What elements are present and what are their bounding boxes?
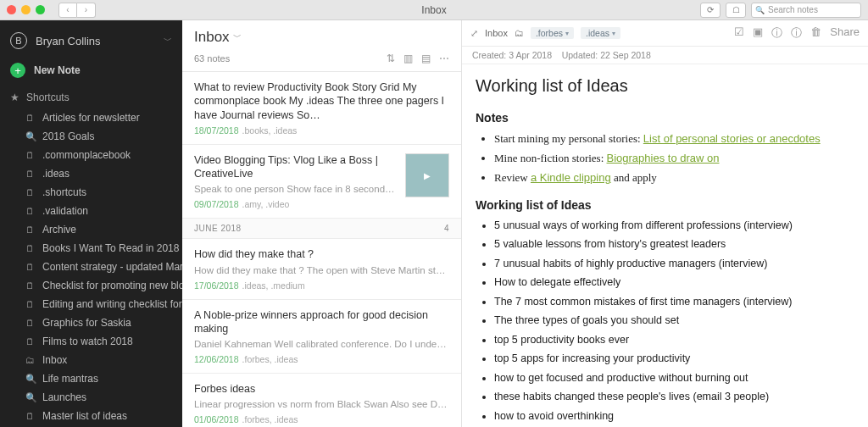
chevron-down-icon: ▾ bbox=[565, 30, 569, 37]
view-toggle-button[interactable]: ▥ bbox=[403, 53, 413, 64]
sort-button[interactable]: ⇅ bbox=[387, 53, 395, 64]
activity-button[interactable]: ☖ bbox=[726, 3, 746, 18]
sidebar-item-label: .shortcuts bbox=[42, 186, 86, 198]
list-item: 5 valuable lessons from history's greate… bbox=[494, 237, 854, 252]
search-input[interactable]: 🔍 Search notes bbox=[751, 3, 861, 18]
expand-icon[interactable]: ⤢ bbox=[470, 28, 478, 39]
note-icon: 🗒 bbox=[25, 280, 37, 291]
tag-chip[interactable]: .ideas▾ bbox=[581, 27, 620, 39]
sidebar-item[interactable]: 🗒Checklist for promoting new blo… bbox=[0, 276, 182, 295]
chevron-down-icon: ﹀ bbox=[164, 35, 172, 47]
info-alt-button[interactable]: ⓘ bbox=[791, 25, 802, 41]
note-list-item[interactable]: Video Blogging Tips: Vlog Like a Boss | … bbox=[182, 145, 461, 219]
note-item-title: Forbes ideas bbox=[194, 382, 449, 396]
section-heading: Working list of Ideas bbox=[476, 198, 854, 212]
sidebar-item-label: Graphics for Saskia bbox=[42, 317, 131, 329]
sidebar-item[interactable]: 🗒Content strategy - updated Marc… bbox=[0, 258, 182, 276]
detail-toolbar: ⤢ Inbox 🗂 .forbes▾ .ideas▾ ☑ ▣ ⓘ ⓘ 🗑 Sha… bbox=[462, 20, 868, 47]
trash-button[interactable]: 🗑 bbox=[810, 25, 821, 41]
chevron-down-icon: ﹀ bbox=[233, 31, 242, 43]
chevron-down-icon: ▾ bbox=[612, 30, 615, 37]
note-icon: 🗒 bbox=[25, 243, 37, 253]
sidebar-item[interactable]: 🔍Launches bbox=[0, 388, 182, 407]
note-link[interactable]: a Kindle clipping bbox=[531, 171, 611, 184]
sidebar-item-label: Master list of ideas bbox=[42, 410, 127, 422]
sidebar-item[interactable]: 🗒Films to watch 2018 bbox=[0, 332, 182, 351]
list-item: Mine non-fiction stories: Biographies to… bbox=[494, 151, 854, 166]
more-options-button[interactable]: ⋯ bbox=[439, 53, 449, 64]
sidebar-item[interactable]: 🗒.validation bbox=[0, 202, 182, 220]
notebook-title-label: Inbox bbox=[194, 29, 230, 46]
note-list-item[interactable]: Forbes ideasLinear progression vs norm f… bbox=[182, 374, 461, 427]
note-body[interactable]: Working list of Ideas Notes Start mining… bbox=[462, 64, 868, 427]
list-item: Start mining my personal stories: List o… bbox=[494, 131, 854, 147]
note-icon: 🗒 bbox=[25, 336, 37, 347]
account-switcher[interactable]: B Bryan Collins ﹀ bbox=[0, 27, 182, 54]
sidebar-item[interactable]: 🔍Life mantras bbox=[0, 369, 182, 388]
sidebar-item-label: Content strategy - updated Marc… bbox=[42, 261, 182, 273]
note-link[interactable]: List of personal stories or anecdotes bbox=[643, 132, 821, 145]
sidebar-item[interactable]: 🗒Editing and writing checklist for… bbox=[0, 295, 182, 313]
note-list-item[interactable]: How did they make that ?How did they mak… bbox=[182, 239, 461, 299]
forward-button[interactable]: › bbox=[77, 3, 96, 18]
search-icon: 🔍 bbox=[25, 131, 37, 142]
shortcuts-section-header[interactable]: ★ Shortcuts bbox=[0, 86, 182, 108]
note-item-meta: 12/06/2018.forbes, .ideas bbox=[194, 354, 449, 364]
sync-button[interactable]: ⟳ bbox=[700, 3, 721, 18]
sidebar-item[interactable]: 🗒Archive bbox=[0, 220, 182, 239]
sidebar-item[interactable]: 🗒Books I Want To Read in 2018 bbox=[0, 239, 182, 258]
notebook-icon[interactable]: 🗂 bbox=[515, 28, 524, 38]
tag-chip[interactable]: .forbes▾ bbox=[531, 27, 574, 39]
zoom-window-button[interactable] bbox=[36, 5, 45, 14]
note-icon: 🗒 bbox=[25, 299, 37, 309]
notebook-crumb[interactable]: Inbox bbox=[485, 28, 508, 38]
note-thumbnail bbox=[405, 153, 449, 197]
share-button[interactable]: Share bbox=[830, 25, 860, 41]
ideas-list: 5 unusual ways of working from different… bbox=[494, 219, 854, 427]
list-item: 5 unusual ways of working from different… bbox=[494, 219, 854, 234]
back-button[interactable]: ‹ bbox=[58, 3, 77, 18]
reminder-button[interactable]: ☑ bbox=[734, 25, 744, 41]
present-button[interactable]: ▣ bbox=[753, 25, 763, 41]
list-item: how to avoid overthinking bbox=[494, 409, 854, 424]
note-item-meta: 09/07/2018.amy, .video bbox=[194, 199, 397, 209]
note-item-snippet: Speak to one person Show face in 8 secon… bbox=[194, 184, 397, 194]
note-icon: 🗒 bbox=[25, 113, 37, 123]
minimize-window-button[interactable] bbox=[21, 5, 31, 14]
traffic-lights bbox=[7, 5, 45, 14]
filter-button[interactable]: ▤ bbox=[421, 53, 431, 64]
sidebar-item-label: Articles for newsletter bbox=[42, 112, 140, 124]
sidebar-item[interactable]: 🗒Articles for newsletter bbox=[0, 108, 182, 127]
sidebar-item-label: Archive bbox=[42, 224, 76, 236]
notebook-title[interactable]: Inbox ﹀ bbox=[194, 29, 449, 46]
note-list-item[interactable]: A Noble-prize winners approach for good … bbox=[182, 300, 461, 374]
list-view-tools: ⇅ ▥ ▤ ⋯ bbox=[387, 53, 449, 64]
sidebar-item[interactable]: 🔍2018 Goals bbox=[0, 127, 182, 146]
list-item: how to get focused and productive withou… bbox=[494, 371, 854, 386]
note-item-meta: 17/06/2018.ideas, .medium bbox=[194, 280, 449, 291]
new-note-button[interactable]: + New Note bbox=[0, 54, 182, 86]
sidebar-item[interactable]: 🗒Master list of ideas bbox=[0, 407, 182, 425]
note-icon: 🗒 bbox=[25, 206, 37, 216]
info-button[interactable]: ⓘ bbox=[771, 25, 782, 41]
list-item: The three types of goals you should set bbox=[494, 313, 854, 329]
window-title: Inbox bbox=[421, 4, 446, 16]
close-window-button[interactable] bbox=[7, 5, 16, 14]
note-icon: 🗒 bbox=[25, 411, 37, 421]
sidebar-item[interactable]: 🗂Inbox bbox=[0, 351, 182, 369]
history-nav: ‹ › bbox=[58, 3, 96, 18]
note-item-snippet: How did they make that ? The open with S… bbox=[194, 265, 449, 275]
note-icon: 🗒 bbox=[25, 169, 37, 179]
sidebar-item-label: Life mantras bbox=[42, 373, 98, 385]
list-item: How to delegate effectively bbox=[494, 275, 854, 291]
sidebar: B Bryan Collins ﹀ + New Note ★ Shortcuts… bbox=[0, 20, 182, 427]
sidebar-item[interactable]: 🗒Graphics for Saskia bbox=[0, 313, 182, 332]
note-list-item[interactable]: What to review Productivity Book Story G… bbox=[182, 72, 461, 145]
sidebar-item[interactable]: 🗒.ideas bbox=[0, 164, 182, 183]
sidebar-item[interactable]: 🗒.commonplacebook bbox=[0, 146, 182, 164]
note-item-snippet: Daniel Kahneman Well calibrated conferen… bbox=[194, 339, 449, 349]
note-link[interactable]: Biographies to draw on bbox=[607, 152, 720, 164]
sidebar-item[interactable]: 🗒.shortcuts bbox=[0, 183, 182, 202]
app-logo-icon: B bbox=[10, 32, 27, 49]
account-name: Bryan Collins bbox=[36, 35, 164, 47]
